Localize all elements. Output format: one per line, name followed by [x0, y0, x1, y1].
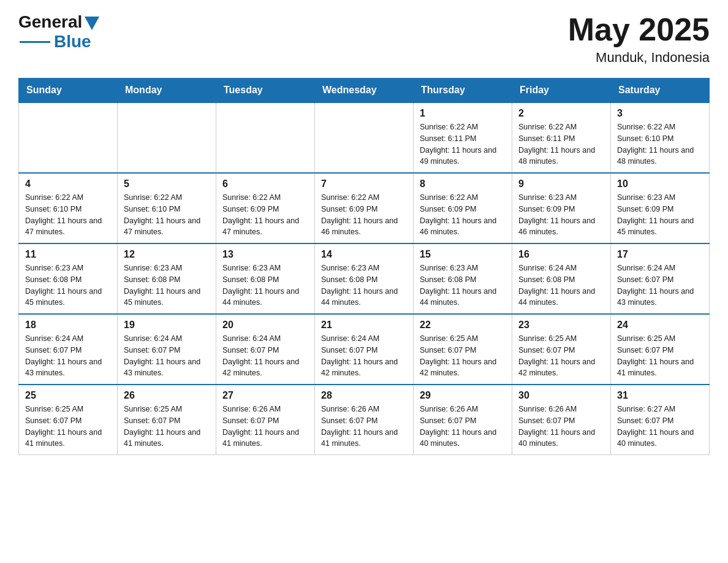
day-number: 13 — [222, 249, 308, 260]
calendar-cell: 19Sunrise: 6:24 AMSunset: 6:07 PMDayligh… — [118, 314, 216, 385]
day-info: Sunrise: 6:22 AMSunset: 6:09 PMDaylight:… — [321, 192, 407, 238]
day-info: Sunrise: 6:23 AMSunset: 6:09 PMDaylight:… — [617, 192, 703, 238]
day-number: 1 — [420, 108, 506, 119]
day-info: Sunrise: 6:26 AMSunset: 6:07 PMDaylight:… — [321, 404, 407, 450]
column-header-monday: Monday — [118, 79, 216, 103]
day-info: Sunrise: 6:23 AMSunset: 6:08 PMDaylight:… — [321, 262, 407, 308]
day-info: Sunrise: 6:22 AMSunset: 6:10 PMDaylight:… — [617, 121, 703, 167]
day-info: Sunrise: 6:26 AMSunset: 6:07 PMDaylight:… — [420, 404, 506, 450]
calendar-cell: 25Sunrise: 6:25 AMSunset: 6:07 PMDayligh… — [19, 385, 118, 455]
day-number: 9 — [518, 178, 604, 190]
week-row-1: 1Sunrise: 6:22 AMSunset: 6:11 PMDaylight… — [19, 102, 710, 173]
column-header-tuesday: Tuesday — [216, 79, 315, 103]
day-info: Sunrise: 6:23 AMSunset: 6:08 PMDaylight:… — [420, 262, 506, 308]
day-number: 25 — [25, 390, 111, 401]
day-number: 5 — [124, 178, 210, 190]
calendar-cell: 18Sunrise: 6:24 AMSunset: 6:07 PMDayligh… — [19, 314, 118, 385]
logo-blue-text: Blue — [54, 32, 91, 52]
day-info: Sunrise: 6:25 AMSunset: 6:07 PMDaylight:… — [518, 333, 604, 379]
week-row-4: 18Sunrise: 6:24 AMSunset: 6:07 PMDayligh… — [19, 314, 710, 385]
calendar-cell: 24Sunrise: 6:25 AMSunset: 6:07 PMDayligh… — [611, 314, 710, 385]
calendar-cell — [118, 102, 216, 173]
day-info: Sunrise: 6:22 AMSunset: 6:11 PMDaylight:… — [420, 121, 506, 167]
calendar-cell: 10Sunrise: 6:23 AMSunset: 6:09 PMDayligh… — [611, 173, 710, 243]
calendar-header-row: SundayMondayTuesdayWednesdayThursdayFrid… — [19, 79, 710, 103]
day-info: Sunrise: 6:26 AMSunset: 6:07 PMDaylight:… — [518, 404, 604, 450]
calendar-cell: 4Sunrise: 6:22 AMSunset: 6:10 PMDaylight… — [19, 173, 118, 243]
day-info: Sunrise: 6:24 AMSunset: 6:07 PMDaylight:… — [321, 333, 407, 379]
calendar-subtitle: Munduk, Indonesia — [568, 50, 710, 66]
day-number: 31 — [617, 390, 703, 401]
logo-line — [20, 41, 50, 43]
page-header: General Blue May 2025 Munduk, Indonesia — [18, 12, 710, 66]
title-block: May 2025 Munduk, Indonesia — [568, 12, 710, 66]
day-info: Sunrise: 6:27 AMSunset: 6:07 PMDaylight:… — [617, 404, 703, 450]
column-header-friday: Friday — [512, 79, 611, 103]
calendar-cell: 1Sunrise: 6:22 AMSunset: 6:11 PMDaylight… — [414, 102, 512, 173]
calendar-cell: 2Sunrise: 6:22 AMSunset: 6:11 PMDaylight… — [512, 102, 611, 173]
logo-second-row: Blue — [20, 32, 91, 52]
calendar-cell: 16Sunrise: 6:24 AMSunset: 6:08 PMDayligh… — [512, 243, 611, 314]
day-number: 16 — [518, 249, 604, 260]
day-number: 10 — [617, 178, 703, 190]
calendar-cell: 8Sunrise: 6:22 AMSunset: 6:09 PMDaylight… — [414, 173, 512, 243]
day-number: 26 — [124, 390, 210, 401]
day-number: 2 — [518, 108, 604, 119]
day-number: 29 — [420, 390, 506, 401]
logo-general-text: General — [18, 12, 82, 32]
day-info: Sunrise: 6:24 AMSunset: 6:08 PMDaylight:… — [518, 262, 604, 308]
day-number: 30 — [518, 390, 604, 401]
day-info: Sunrise: 6:23 AMSunset: 6:08 PMDaylight:… — [25, 262, 111, 308]
calendar-title: May 2025 — [568, 12, 710, 47]
calendar-cell: 7Sunrise: 6:22 AMSunset: 6:09 PMDaylight… — [315, 173, 414, 243]
day-number: 18 — [25, 320, 111, 331]
calendar-cell: 22Sunrise: 6:25 AMSunset: 6:07 PMDayligh… — [414, 314, 512, 385]
week-row-3: 11Sunrise: 6:23 AMSunset: 6:08 PMDayligh… — [19, 243, 710, 314]
calendar-table: SundayMondayTuesdayWednesdayThursdayFrid… — [18, 78, 710, 455]
day-number: 4 — [25, 178, 111, 190]
day-info: Sunrise: 6:22 AMSunset: 6:10 PMDaylight:… — [124, 192, 210, 238]
day-number: 14 — [321, 249, 407, 260]
calendar-cell — [216, 102, 315, 173]
day-number: 6 — [222, 178, 308, 190]
day-number: 8 — [420, 178, 506, 190]
day-number: 21 — [321, 320, 407, 331]
calendar-cell — [19, 102, 118, 173]
day-info: Sunrise: 6:24 AMSunset: 6:07 PMDaylight:… — [124, 333, 210, 379]
calendar-cell: 5Sunrise: 6:22 AMSunset: 6:10 PMDaylight… — [118, 173, 216, 243]
day-number: 23 — [518, 320, 604, 331]
calendar-cell: 17Sunrise: 6:24 AMSunset: 6:07 PMDayligh… — [611, 243, 710, 314]
day-number: 22 — [420, 320, 506, 331]
day-info: Sunrise: 6:22 AMSunset: 6:10 PMDaylight:… — [25, 192, 111, 238]
day-number: 17 — [617, 249, 703, 260]
column-header-sunday: Sunday — [19, 79, 118, 103]
day-info: Sunrise: 6:24 AMSunset: 6:07 PMDaylight:… — [222, 333, 308, 379]
day-number: 20 — [222, 320, 308, 331]
day-number: 28 — [321, 390, 407, 401]
day-info: Sunrise: 6:22 AMSunset: 6:11 PMDaylight:… — [518, 121, 604, 167]
calendar-cell: 15Sunrise: 6:23 AMSunset: 6:08 PMDayligh… — [414, 243, 512, 314]
day-info: Sunrise: 6:23 AMSunset: 6:08 PMDaylight:… — [124, 262, 210, 308]
column-header-wednesday: Wednesday — [315, 79, 414, 103]
day-info: Sunrise: 6:26 AMSunset: 6:07 PMDaylight:… — [222, 404, 308, 450]
calendar-cell: 3Sunrise: 6:22 AMSunset: 6:10 PMDaylight… — [611, 102, 710, 173]
calendar-cell: 28Sunrise: 6:26 AMSunset: 6:07 PMDayligh… — [315, 385, 414, 455]
calendar-cell: 14Sunrise: 6:23 AMSunset: 6:08 PMDayligh… — [315, 243, 414, 314]
calendar-cell: 30Sunrise: 6:26 AMSunset: 6:07 PMDayligh… — [512, 385, 611, 455]
day-info: Sunrise: 6:23 AMSunset: 6:08 PMDaylight:… — [222, 262, 308, 308]
calendar-cell: 27Sunrise: 6:26 AMSunset: 6:07 PMDayligh… — [216, 385, 315, 455]
column-header-saturday: Saturday — [611, 79, 710, 103]
day-info: Sunrise: 6:25 AMSunset: 6:07 PMDaylight:… — [420, 333, 506, 379]
calendar-cell: 26Sunrise: 6:25 AMSunset: 6:07 PMDayligh… — [118, 385, 216, 455]
day-info: Sunrise: 6:23 AMSunset: 6:09 PMDaylight:… — [518, 192, 604, 238]
day-info: Sunrise: 6:24 AMSunset: 6:07 PMDaylight:… — [617, 262, 703, 308]
day-number: 24 — [617, 320, 703, 331]
logo: General Blue — [18, 12, 99, 52]
week-row-5: 25Sunrise: 6:25 AMSunset: 6:07 PMDayligh… — [19, 385, 710, 455]
day-info: Sunrise: 6:25 AMSunset: 6:07 PMDaylight:… — [617, 333, 703, 379]
logo-triangle-icon — [85, 17, 99, 30]
day-info: Sunrise: 6:22 AMSunset: 6:09 PMDaylight:… — [222, 192, 308, 238]
calendar-cell: 11Sunrise: 6:23 AMSunset: 6:08 PMDayligh… — [19, 243, 118, 314]
calendar-cell: 29Sunrise: 6:26 AMSunset: 6:07 PMDayligh… — [414, 385, 512, 455]
day-info: Sunrise: 6:25 AMSunset: 6:07 PMDaylight:… — [124, 404, 210, 450]
